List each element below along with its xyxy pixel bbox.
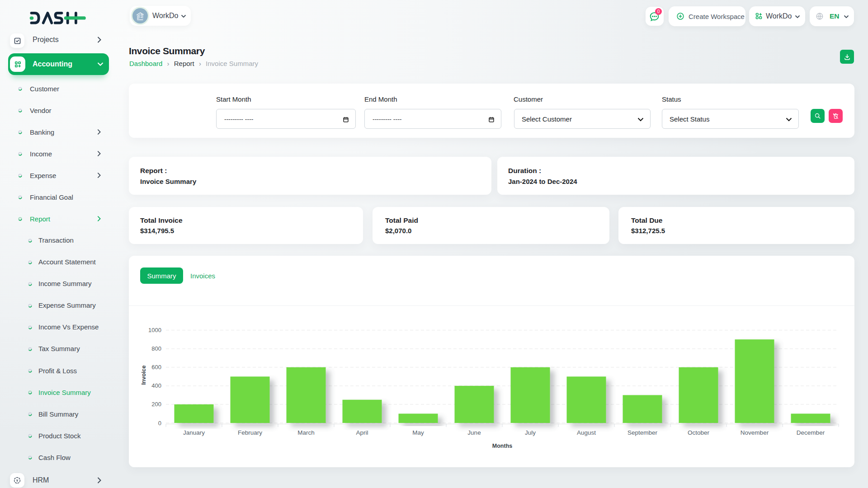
- svg-text:June: June: [467, 429, 481, 436]
- svg-text:May: May: [412, 429, 424, 436]
- svg-text:December: December: [797, 429, 825, 436]
- svg-text:800: 800: [151, 345, 161, 352]
- svg-text:Invoice: Invoice: [141, 365, 147, 385]
- svg-text:October: October: [688, 429, 710, 436]
- svg-text:August: August: [577, 429, 596, 436]
- svg-text:February: February: [238, 429, 262, 436]
- svg-text:September: September: [627, 429, 658, 436]
- svg-text:Months: Months: [492, 443, 512, 449]
- svg-text:0: 0: [158, 420, 161, 427]
- svg-text:200: 200: [151, 401, 161, 408]
- svg-text:July: July: [525, 429, 536, 436]
- svg-text:1000: 1000: [148, 327, 161, 333]
- svg-text:March: March: [297, 429, 315, 436]
- svg-text:November: November: [741, 429, 769, 436]
- svg-text:400: 400: [151, 382, 161, 389]
- svg-text:April: April: [356, 429, 368, 436]
- svg-text:January: January: [183, 429, 205, 436]
- svg-text:600: 600: [151, 364, 161, 371]
